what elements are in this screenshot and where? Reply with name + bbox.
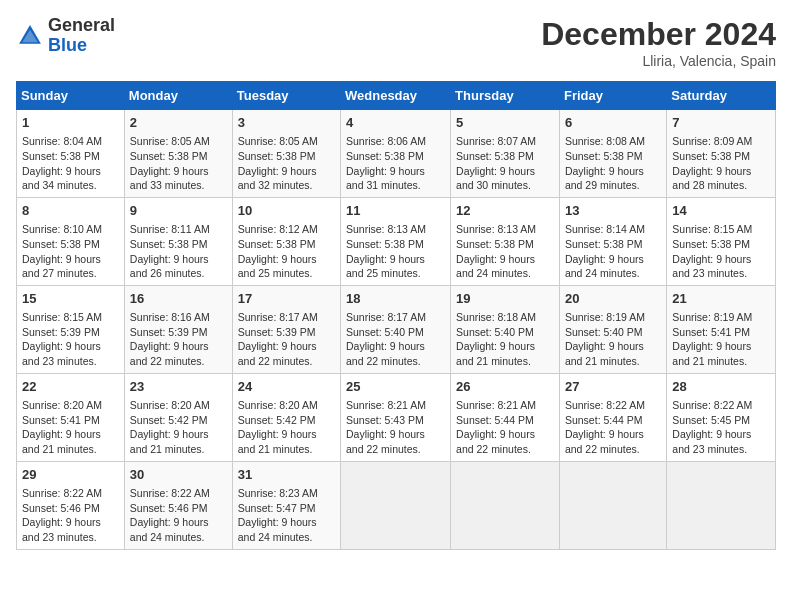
calendar-cell: 14Sunrise: 8:15 AMSunset: 5:38 PMDayligh… — [667, 197, 776, 285]
calendar-week-row: 8Sunrise: 8:10 AMSunset: 5:38 PMDaylight… — [17, 197, 776, 285]
column-header-sunday: Sunday — [17, 82, 125, 110]
day-number: 9 — [130, 202, 227, 220]
cell-content: Sunrise: 8:21 AMSunset: 5:44 PMDaylight:… — [456, 398, 554, 457]
day-number: 22 — [22, 378, 119, 396]
calendar-cell — [559, 461, 666, 549]
calendar-cell: 11Sunrise: 8:13 AMSunset: 5:38 PMDayligh… — [341, 197, 451, 285]
cell-content: Sunrise: 8:22 AMSunset: 5:46 PMDaylight:… — [130, 486, 227, 545]
page-header: General Blue December 2024 Lliria, Valen… — [16, 16, 776, 69]
calendar-cell: 3Sunrise: 8:05 AMSunset: 5:38 PMDaylight… — [232, 110, 340, 198]
calendar-cell: 27Sunrise: 8:22 AMSunset: 5:44 PMDayligh… — [559, 373, 666, 461]
cell-content: Sunrise: 8:22 AMSunset: 5:45 PMDaylight:… — [672, 398, 770, 457]
calendar-cell: 28Sunrise: 8:22 AMSunset: 5:45 PMDayligh… — [667, 373, 776, 461]
calendar-cell — [667, 461, 776, 549]
column-header-wednesday: Wednesday — [341, 82, 451, 110]
cell-content: Sunrise: 8:05 AMSunset: 5:38 PMDaylight:… — [238, 134, 335, 193]
day-number: 21 — [672, 290, 770, 308]
day-number: 6 — [565, 114, 661, 132]
calendar-cell: 13Sunrise: 8:14 AMSunset: 5:38 PMDayligh… — [559, 197, 666, 285]
day-number: 8 — [22, 202, 119, 220]
calendar-cell: 25Sunrise: 8:21 AMSunset: 5:43 PMDayligh… — [341, 373, 451, 461]
calendar-cell: 20Sunrise: 8:19 AMSunset: 5:40 PMDayligh… — [559, 285, 666, 373]
day-number: 11 — [346, 202, 445, 220]
day-number: 25 — [346, 378, 445, 396]
day-number: 14 — [672, 202, 770, 220]
day-number: 29 — [22, 466, 119, 484]
calendar-cell: 23Sunrise: 8:20 AMSunset: 5:42 PMDayligh… — [124, 373, 232, 461]
calendar-cell: 24Sunrise: 8:20 AMSunset: 5:42 PMDayligh… — [232, 373, 340, 461]
calendar-week-row: 22Sunrise: 8:20 AMSunset: 5:41 PMDayligh… — [17, 373, 776, 461]
cell-content: Sunrise: 8:15 AMSunset: 5:39 PMDaylight:… — [22, 310, 119, 369]
calendar-cell: 10Sunrise: 8:12 AMSunset: 5:38 PMDayligh… — [232, 197, 340, 285]
logo-icon — [16, 22, 44, 50]
day-number: 17 — [238, 290, 335, 308]
day-number: 31 — [238, 466, 335, 484]
calendar-cell: 18Sunrise: 8:17 AMSunset: 5:40 PMDayligh… — [341, 285, 451, 373]
month-title: December 2024 — [541, 16, 776, 53]
cell-content: Sunrise: 8:19 AMSunset: 5:41 PMDaylight:… — [672, 310, 770, 369]
cell-content: Sunrise: 8:22 AMSunset: 5:46 PMDaylight:… — [22, 486, 119, 545]
cell-content: Sunrise: 8:23 AMSunset: 5:47 PMDaylight:… — [238, 486, 335, 545]
cell-content: Sunrise: 8:14 AMSunset: 5:38 PMDaylight:… — [565, 222, 661, 281]
cell-content: Sunrise: 8:13 AMSunset: 5:38 PMDaylight:… — [346, 222, 445, 281]
cell-content: Sunrise: 8:07 AMSunset: 5:38 PMDaylight:… — [456, 134, 554, 193]
column-header-monday: Monday — [124, 82, 232, 110]
day-number: 5 — [456, 114, 554, 132]
cell-content: Sunrise: 8:04 AMSunset: 5:38 PMDaylight:… — [22, 134, 119, 193]
calendar-week-row: 15Sunrise: 8:15 AMSunset: 5:39 PMDayligh… — [17, 285, 776, 373]
cell-content: Sunrise: 8:19 AMSunset: 5:40 PMDaylight:… — [565, 310, 661, 369]
cell-content: Sunrise: 8:05 AMSunset: 5:38 PMDaylight:… — [130, 134, 227, 193]
cell-content: Sunrise: 8:21 AMSunset: 5:43 PMDaylight:… — [346, 398, 445, 457]
calendar-cell: 7Sunrise: 8:09 AMSunset: 5:38 PMDaylight… — [667, 110, 776, 198]
cell-content: Sunrise: 8:22 AMSunset: 5:44 PMDaylight:… — [565, 398, 661, 457]
calendar-cell: 9Sunrise: 8:11 AMSunset: 5:38 PMDaylight… — [124, 197, 232, 285]
cell-content: Sunrise: 8:13 AMSunset: 5:38 PMDaylight:… — [456, 222, 554, 281]
cell-content: Sunrise: 8:18 AMSunset: 5:40 PMDaylight:… — [456, 310, 554, 369]
cell-content: Sunrise: 8:17 AMSunset: 5:39 PMDaylight:… — [238, 310, 335, 369]
cell-content: Sunrise: 8:09 AMSunset: 5:38 PMDaylight:… — [672, 134, 770, 193]
day-number: 26 — [456, 378, 554, 396]
day-number: 16 — [130, 290, 227, 308]
cell-content: Sunrise: 8:06 AMSunset: 5:38 PMDaylight:… — [346, 134, 445, 193]
column-header-thursday: Thursday — [451, 82, 560, 110]
day-number: 28 — [672, 378, 770, 396]
cell-content: Sunrise: 8:15 AMSunset: 5:38 PMDaylight:… — [672, 222, 770, 281]
calendar-cell: 15Sunrise: 8:15 AMSunset: 5:39 PMDayligh… — [17, 285, 125, 373]
day-number: 3 — [238, 114, 335, 132]
day-number: 13 — [565, 202, 661, 220]
day-number: 19 — [456, 290, 554, 308]
calendar-cell: 21Sunrise: 8:19 AMSunset: 5:41 PMDayligh… — [667, 285, 776, 373]
column-header-friday: Friday — [559, 82, 666, 110]
calendar-cell: 31Sunrise: 8:23 AMSunset: 5:47 PMDayligh… — [232, 461, 340, 549]
day-number: 10 — [238, 202, 335, 220]
calendar-cell: 26Sunrise: 8:21 AMSunset: 5:44 PMDayligh… — [451, 373, 560, 461]
day-number: 20 — [565, 290, 661, 308]
column-header-tuesday: Tuesday — [232, 82, 340, 110]
day-number: 15 — [22, 290, 119, 308]
calendar-week-row: 1Sunrise: 8:04 AMSunset: 5:38 PMDaylight… — [17, 110, 776, 198]
cell-content: Sunrise: 8:11 AMSunset: 5:38 PMDaylight:… — [130, 222, 227, 281]
calendar-table: SundayMondayTuesdayWednesdayThursdayFrid… — [16, 81, 776, 550]
calendar-cell: 17Sunrise: 8:17 AMSunset: 5:39 PMDayligh… — [232, 285, 340, 373]
cell-content: Sunrise: 8:16 AMSunset: 5:39 PMDaylight:… — [130, 310, 227, 369]
cell-content: Sunrise: 8:08 AMSunset: 5:38 PMDaylight:… — [565, 134, 661, 193]
cell-content: Sunrise: 8:17 AMSunset: 5:40 PMDaylight:… — [346, 310, 445, 369]
cell-content: Sunrise: 8:10 AMSunset: 5:38 PMDaylight:… — [22, 222, 119, 281]
day-number: 7 — [672, 114, 770, 132]
day-number: 18 — [346, 290, 445, 308]
day-number: 12 — [456, 202, 554, 220]
cell-content: Sunrise: 8:12 AMSunset: 5:38 PMDaylight:… — [238, 222, 335, 281]
calendar-cell: 8Sunrise: 8:10 AMSunset: 5:38 PMDaylight… — [17, 197, 125, 285]
calendar-cell: 30Sunrise: 8:22 AMSunset: 5:46 PMDayligh… — [124, 461, 232, 549]
day-number: 4 — [346, 114, 445, 132]
calendar-cell — [341, 461, 451, 549]
calendar-cell — [451, 461, 560, 549]
logo-text: General Blue — [48, 16, 115, 56]
title-block: December 2024 Lliria, Valencia, Spain — [541, 16, 776, 69]
calendar-header-row: SundayMondayTuesdayWednesdayThursdayFrid… — [17, 82, 776, 110]
calendar-cell: 6Sunrise: 8:08 AMSunset: 5:38 PMDaylight… — [559, 110, 666, 198]
calendar-cell: 29Sunrise: 8:22 AMSunset: 5:46 PMDayligh… — [17, 461, 125, 549]
calendar-cell: 5Sunrise: 8:07 AMSunset: 5:38 PMDaylight… — [451, 110, 560, 198]
calendar-cell: 4Sunrise: 8:06 AMSunset: 5:38 PMDaylight… — [341, 110, 451, 198]
calendar-cell: 12Sunrise: 8:13 AMSunset: 5:38 PMDayligh… — [451, 197, 560, 285]
